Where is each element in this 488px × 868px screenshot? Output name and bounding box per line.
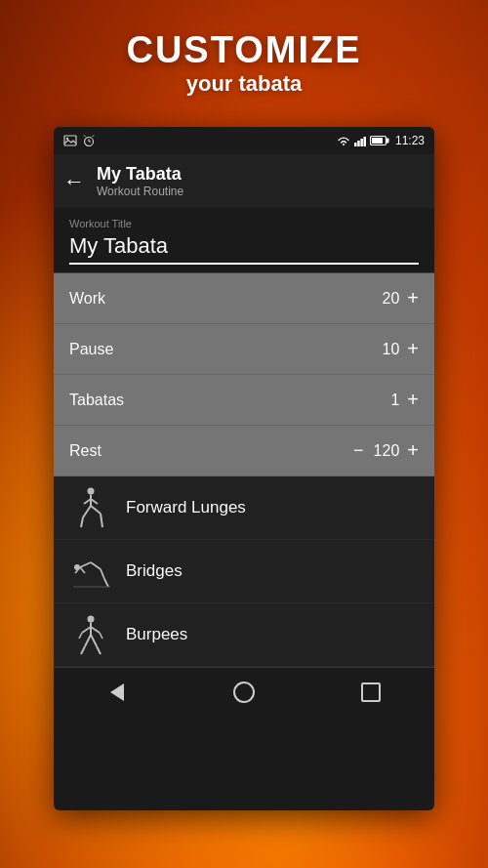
svg-line-33 (79, 633, 82, 639)
setting-row-tabatas: Tabatas 1 + (54, 375, 434, 426)
setting-value-rest: 120 (374, 442, 400, 460)
svg-line-24 (91, 562, 101, 569)
settings-section: Work 20 + Pause 10 + Tabatas 1 + Rest − … (54, 273, 434, 476)
exercise-name-burpees: Burpees (126, 625, 187, 644)
workout-title-input[interactable]: My Tabata (69, 233, 419, 265)
svg-line-21 (101, 514, 102, 527)
setting-value-pause: 10 (383, 341, 400, 358)
setting-label-work: Work (69, 290, 383, 308)
setting-label-tabatas: Tabatas (69, 392, 390, 409)
status-left-icons (63, 135, 95, 146)
exercise-row-bridges[interactable]: Bridges (54, 540, 434, 603)
hero-subtitle: your tabata (0, 71, 488, 97)
setting-row-pause: Pause 10 + (54, 324, 434, 375)
image-status-icon (63, 135, 77, 146)
svg-rect-12 (386, 139, 388, 144)
svg-line-37 (81, 646, 85, 654)
svg-line-17 (91, 499, 98, 504)
setting-minus-rest[interactable]: − (353, 440, 364, 461)
setting-row-work: Work 20 + (54, 273, 434, 324)
exercise-name-bridges: Bridges (126, 561, 183, 581)
bridges-icon (69, 550, 112, 593)
svg-line-5 (84, 136, 86, 138)
status-bar: 11:23 (54, 127, 434, 154)
svg-line-26 (80, 567, 85, 573)
status-time: 11:23 (395, 134, 425, 147)
exercise-row-burpees[interactable]: Burpees (54, 603, 434, 667)
navigation-bar (54, 667, 434, 716)
svg-line-18 (83, 506, 91, 517)
setting-plus-pause[interactable]: + (407, 338, 419, 360)
setting-plus-rest[interactable]: + (407, 439, 419, 462)
phone-frame: 11:23 ← My Tabata Workout Routine Workou… (54, 127, 434, 810)
header-text: My Tabata Workout Routine (97, 164, 419, 198)
exercise-name-lunges: Forward Lunges (126, 498, 246, 517)
svg-line-36 (85, 635, 91, 646)
nav-home-button[interactable] (220, 678, 268, 707)
burpees-icon (69, 613, 112, 656)
exercise-section: Forward Lunges (54, 476, 434, 667)
workout-title-label: Workout Title (69, 218, 419, 229)
setting-plus-work[interactable]: + (407, 287, 419, 310)
svg-rect-7 (354, 143, 357, 146)
svg-line-16 (84, 499, 91, 504)
header-subtitle: Workout Routine (97, 185, 419, 198)
wifi-status-icon (337, 136, 350, 146)
svg-rect-0 (64, 136, 76, 145)
lunges-icon (69, 486, 112, 529)
svg-rect-9 (360, 139, 363, 146)
svg-line-34 (91, 627, 100, 633)
setting-value-work: 20 (383, 290, 400, 308)
svg-rect-10 (363, 137, 366, 146)
svg-line-27 (101, 569, 104, 579)
svg-line-32 (82, 627, 91, 633)
title-section: Workout Title My Tabata (54, 208, 434, 273)
svg-line-35 (100, 633, 102, 639)
app-header: ← My Tabata Workout Routine (54, 154, 434, 208)
svg-line-28 (104, 579, 108, 587)
svg-line-20 (91, 506, 101, 514)
svg-point-14 (88, 488, 95, 495)
hero-text: CUSTOMIZE your tabata (0, 29, 488, 97)
alarm-status-icon (83, 135, 95, 146)
exercise-row-lunges[interactable]: Forward Lunges (54, 476, 434, 540)
setting-value-tabatas: 1 (390, 392, 399, 409)
svg-line-6 (93, 136, 95, 138)
back-button[interactable]: ← (63, 169, 85, 194)
svg-rect-8 (357, 141, 360, 146)
hero-title: CUSTOMIZE (0, 29, 488, 71)
status-right-icons: 11:23 (337, 134, 425, 147)
nav-recent-button[interactable] (346, 678, 395, 707)
battery-status-icon (370, 135, 389, 146)
setting-row-rest: Rest − 120 + (54, 426, 434, 476)
svg-line-19 (81, 517, 83, 527)
setting-label-rest: Rest (69, 442, 353, 460)
setting-plus-tabatas[interactable]: + (407, 389, 419, 411)
nav-back-button[interactable] (93, 678, 142, 707)
svg-point-30 (88, 616, 95, 623)
svg-line-38 (91, 635, 97, 646)
svg-line-39 (97, 646, 101, 654)
svg-point-1 (66, 138, 68, 140)
header-title: My Tabata (97, 164, 419, 185)
signal-status-icon (354, 136, 366, 146)
svg-line-23 (80, 562, 91, 567)
setting-label-pause: Pause (69, 341, 383, 358)
svg-rect-13 (372, 138, 383, 144)
